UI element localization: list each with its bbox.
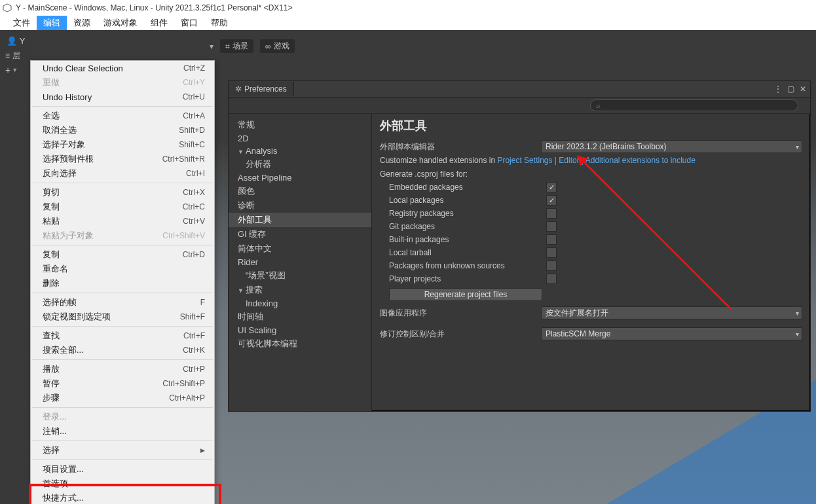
prefs-nav-item[interactable]: Rider xyxy=(229,256,371,268)
menu-separator xyxy=(32,407,213,408)
menu-帮助[interactable]: 帮助 xyxy=(204,16,234,30)
account-button[interactable]: 👤 Y xyxy=(0,33,31,48)
checkbox[interactable] xyxy=(546,221,557,232)
edit-menu-item[interactable]: 注销... xyxy=(31,424,214,439)
prefs-nav-item[interactable]: 颜色 xyxy=(229,184,371,198)
prefs-nav-item[interactable]: ▼Analysis xyxy=(229,145,371,157)
edit-menu-item[interactable]: 播放Ctrl+P xyxy=(31,362,214,376)
edit-menu-item[interactable]: 选择子对象Shift+C xyxy=(31,137,214,152)
edit-menu-item[interactable]: 选择的帧F xyxy=(31,295,214,310)
menu-窗口[interactable]: 窗口 xyxy=(174,16,204,30)
customize-prefix: Customize handled extensions in xyxy=(380,156,497,165)
menu-item-label: 选择 xyxy=(43,444,60,456)
menu-item-shortcut: Ctrl+C xyxy=(183,202,205,211)
prefs-nav-item[interactable]: 可视化脚本编程 xyxy=(229,336,371,351)
checkbox[interactable] xyxy=(546,261,557,271)
prefs-nav-item[interactable]: 2D xyxy=(229,132,371,145)
edit-menu-item[interactable]: 锁定视图到选定项Shift+F xyxy=(31,310,214,324)
menu-编辑[interactable]: 编辑 xyxy=(37,16,67,30)
chevron-down-icon: ▼ xyxy=(12,67,18,73)
edit-menu-item[interactable]: 复制Ctrl+C xyxy=(31,200,214,214)
edit-menu-item[interactable]: 复制Ctrl+D xyxy=(31,247,214,262)
prefs-nav-item[interactable]: Indexing xyxy=(229,297,371,310)
prefs-nav-item[interactable]: 时间轴 xyxy=(229,310,371,324)
prefs-nav-item[interactable]: 诊断 xyxy=(229,198,371,213)
menu-文件[interactable]: 文件 xyxy=(7,16,37,30)
edit-menu-item[interactable]: 选择 xyxy=(31,443,214,458)
prefs-nav-item[interactable]: UI Scaling xyxy=(229,324,371,336)
window-close-icon[interactable]: ✕ xyxy=(800,84,806,94)
menu-资源[interactable]: 资源 xyxy=(67,16,97,30)
unity-logo-icon xyxy=(3,3,12,12)
checkbox[interactable] xyxy=(546,247,557,258)
edit-menu-item[interactable]: 快捷方式... xyxy=(31,491,214,504)
menu-separator xyxy=(32,359,213,360)
edit-menu-item[interactable]: 取消全选Shift+D xyxy=(31,123,214,137)
check-label: Git packages xyxy=(380,222,546,231)
preferences-search-input[interactable]: ⌕ xyxy=(590,99,798,111)
menu-组件[interactable]: 组件 xyxy=(144,16,174,30)
menu-separator xyxy=(32,441,213,441)
menu-item-shortcut: Ctrl+Shift+V xyxy=(162,231,205,240)
link-project-settings[interactable]: Project Settings xyxy=(497,156,552,165)
edit-menu-item[interactable]: 选择预制件根Ctrl+Shift+R xyxy=(31,152,214,166)
window-options-icon[interactable]: ⋮ xyxy=(774,84,782,94)
prefs-nav-item[interactable]: ▼搜索 xyxy=(229,283,371,297)
menu-item-label: 播放 xyxy=(43,363,60,375)
prefs-nav-item[interactable]: 外部工具 xyxy=(229,213,371,227)
prefs-nav-item[interactable]: GI 缓存 xyxy=(229,227,371,242)
edit-menu-item[interactable]: 首选项... xyxy=(31,477,214,491)
checkbox[interactable] xyxy=(546,208,557,219)
diff-tool-dropdown[interactable]: PlasticSCM Merge xyxy=(541,327,802,340)
image-app-value: 按文件扩展名打开 xyxy=(546,308,608,319)
prefs-nav-item[interactable]: 简体中文 xyxy=(229,242,371,256)
tab-scene[interactable]: ⌗场景 xyxy=(220,39,253,53)
edit-menu-item[interactable]: 重命名 xyxy=(31,262,214,276)
edit-menu-item[interactable]: 搜索全部...Ctrl+K xyxy=(31,343,214,357)
menu-item-label: 重命名 xyxy=(43,263,68,275)
edit-menu-item[interactable]: Undo Clear SelectionCtrl+Z xyxy=(31,61,214,75)
edit-menu-item[interactable]: Undo HistoryCtrl+U xyxy=(31,90,214,104)
checkbox[interactable] xyxy=(546,234,557,245)
menu-item-label: 快捷方式... xyxy=(43,492,84,504)
prefs-nav-item[interactable]: Asset Pipeline xyxy=(229,171,371,184)
window-maximize-icon[interactable]: ▢ xyxy=(787,84,794,94)
prefs-nav-item[interactable]: 常规 xyxy=(229,118,371,132)
link-sep1: | xyxy=(552,156,559,165)
edit-menu-item[interactable]: 项目设置... xyxy=(31,462,214,477)
add-button[interactable]: + ▼ xyxy=(0,63,31,77)
edit-menu-item[interactable]: 剪切Ctrl+X xyxy=(31,185,214,200)
menu-游戏对象[interactable]: 游戏对象 xyxy=(97,16,144,30)
prefs-nav-item[interactable]: 分析器 xyxy=(229,157,371,171)
edit-menu-item[interactable]: 步骤Ctrl+Alt+P xyxy=(31,391,214,405)
menu-item-label: 选择的帧 xyxy=(43,297,77,308)
menu-item-label: 项目设置... xyxy=(43,463,84,475)
regenerate-project-files-button[interactable]: Regenerate project files xyxy=(389,288,542,301)
hierarchy-header[interactable]: ≡ 层 xyxy=(0,48,31,63)
tab-game[interactable]: ∞游戏 xyxy=(260,39,295,53)
prefs-nav-item[interactable]: “场景”视图 xyxy=(229,268,371,283)
menu-item-shortcut: Ctrl+P xyxy=(183,365,205,374)
preferences-nav: 常规2D▼Analysis分析器Asset Pipeline颜色诊断外部工具GI… xyxy=(229,114,372,411)
edit-menu-item[interactable]: 粘贴Ctrl+V xyxy=(31,214,214,228)
checkbox[interactable]: ✓ xyxy=(546,195,557,206)
edit-menu-item[interactable]: 全选Ctrl+A xyxy=(31,109,214,123)
prefs-nav-label: 诊断 xyxy=(238,200,255,210)
preferences-tab[interactable]: ✲ Preferences xyxy=(229,82,294,96)
checkbox[interactable] xyxy=(546,274,557,284)
menu-item-shortcut: Shift+C xyxy=(179,140,205,149)
link-additional-extensions[interactable]: Additional extensions to include xyxy=(585,156,695,165)
image-app-dropdown[interactable]: 按文件扩展名打开 xyxy=(541,306,802,319)
edit-menu-item[interactable]: 删除 xyxy=(31,276,214,291)
dropdown-icon[interactable]: ▾ xyxy=(210,42,213,51)
menu-item-label: 反向选择 xyxy=(43,168,77,179)
edit-menu-item[interactable]: 暂停Ctrl+Shift+P xyxy=(31,376,214,391)
link-editor[interactable]: Editor xyxy=(559,156,579,165)
edit-menu-item[interactable]: 查找Ctrl+F xyxy=(31,329,214,343)
menu-item-label: 复制 xyxy=(43,249,60,261)
edit-menu-item[interactable]: 反向选择Ctrl+I xyxy=(31,166,214,181)
menu-item-label: Undo Clear Selection xyxy=(43,63,123,73)
menu-item-label: 删除 xyxy=(43,278,60,289)
external-editor-dropdown[interactable]: Rider 2023.1.2 (JetBrains Toolbox) xyxy=(541,140,802,153)
checkbox[interactable]: ✓ xyxy=(546,182,557,192)
